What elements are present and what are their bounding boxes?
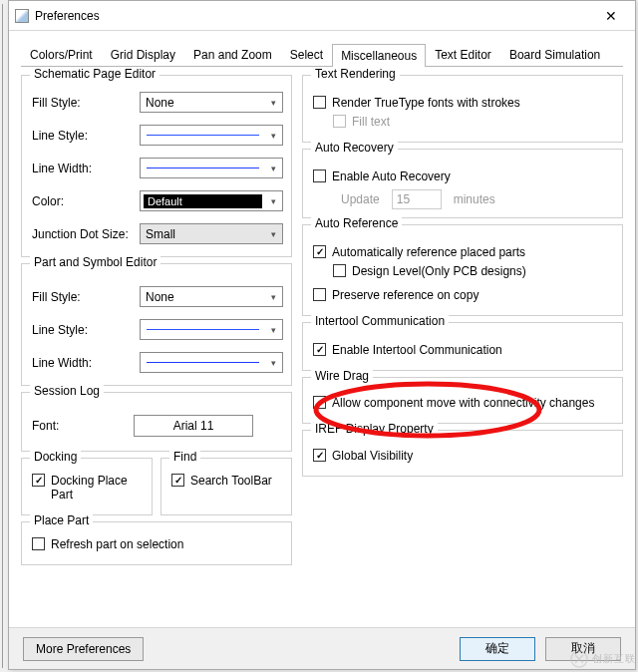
checkbox-label: Search ToolBar <box>190 474 272 488</box>
group-title: Docking <box>30 450 81 464</box>
group-title: Schematic Page Editor <box>30 67 160 81</box>
combo-text: Small <box>141 227 265 241</box>
group-title: Auto Recovery <box>311 141 398 155</box>
label-update: Update <box>341 192 380 206</box>
button-bar: More Preferences 确定 取消 <box>9 627 635 669</box>
close-icon[interactable]: ✕ <box>591 2 631 30</box>
line-sample-icon <box>147 362 259 363</box>
label-fill-style-2: Fill Style: <box>32 290 140 304</box>
label-minutes: minutes <box>454 192 495 206</box>
checkbox-search-toolbar[interactable] <box>171 474 184 487</box>
group-title: Auto Reference <box>311 216 402 230</box>
tab-select[interactable]: Select <box>281 43 332 66</box>
combo-text: None <box>141 290 265 304</box>
tab-pan-and-zoom[interactable]: Pan and Zoom <box>184 43 281 66</box>
group-title: Intertool Communication <box>311 314 449 328</box>
combo-junction-dot[interactable]: Small ▾ <box>140 223 283 244</box>
chevron-down-icon: ▾ <box>265 224 282 243</box>
combo-line-style-2[interactable]: ▾ <box>140 319 283 340</box>
group-title: Place Part <box>30 513 93 527</box>
group-wire-drag: Wire Drag Allow component move with conn… <box>302 377 623 424</box>
checkbox-design-level[interactable] <box>333 264 346 277</box>
group-title: IREF Display Property <box>311 422 438 436</box>
checkbox-enable-auto-recovery[interactable] <box>313 169 326 182</box>
chevron-down-icon: ▾ <box>265 126 282 145</box>
tab-grid-display[interactable]: Grid Display <box>102 43 184 66</box>
group-docking: Docking Docking Place Part <box>21 458 153 515</box>
checkbox-refresh-part[interactable] <box>32 537 45 550</box>
group-title: Wire Drag <box>311 369 373 383</box>
checkbox-fill-text <box>333 115 346 128</box>
checkbox-label: Docking Place Part <box>51 474 144 502</box>
checkbox-auto-reference-parts[interactable] <box>313 245 326 258</box>
app-icon <box>15 9 29 23</box>
label-font: Font: <box>32 419 92 433</box>
label-line-width-2: Line Width: <box>32 356 140 370</box>
combo-line-width[interactable]: ▾ <box>140 158 283 178</box>
checkbox-label: Render TrueType fonts with strokes <box>332 96 520 110</box>
watermark-logo-icon <box>570 650 588 668</box>
checkbox-label: Enable Auto Recovery <box>332 169 451 183</box>
combo-text: None <box>141 96 265 110</box>
combo-line-width-2[interactable]: ▾ <box>140 352 283 373</box>
chevron-down-icon: ▾ <box>265 191 282 210</box>
window-title: Preferences <box>35 9 591 23</box>
checkbox-preserve-reference[interactable] <box>313 288 326 301</box>
label-color: Color: <box>32 194 140 208</box>
checkbox-label: Global Visibility <box>332 449 413 463</box>
titlebar: Preferences ✕ <box>9 1 635 31</box>
chevron-down-icon: ▾ <box>265 159 282 177</box>
checkbox-label: Automatically reference placed parts <box>332 245 525 259</box>
combo-fill-style[interactable]: None ▾ <box>140 92 283 113</box>
checkbox-label: Allow component move with connectivity c… <box>332 396 594 410</box>
checkbox-label: Fill text <box>352 115 390 129</box>
group-auto-reference: Auto Reference Automatically reference p… <box>302 224 623 316</box>
ok-button[interactable]: 确定 <box>460 637 535 661</box>
chevron-down-icon: ▾ <box>265 320 282 339</box>
checkbox-allow-component-move[interactable] <box>313 396 326 409</box>
group-intertool: Intertool Communication Enable Intertool… <box>302 322 623 371</box>
tab-miscellaneous[interactable]: Miscellaneous <box>332 44 426 67</box>
combo-color[interactable]: Default ▾ <box>140 190 283 211</box>
label-line-width: Line Width: <box>32 162 140 175</box>
checkbox-docking-place-part[interactable] <box>32 474 45 487</box>
chevron-down-icon: ▾ <box>265 353 282 372</box>
group-iref: IREF Display Property Global Visibility <box>302 430 623 477</box>
checkbox-enable-intertool[interactable] <box>313 343 326 356</box>
tab-colors-print[interactable]: Colors/Print <box>21 43 102 66</box>
group-text-rendering: Text Rendering Render TrueType fonts wit… <box>302 75 623 143</box>
color-swatch: Default <box>144 194 262 208</box>
preferences-dialog: Preferences ✕ Colors/Print Grid Display … <box>8 0 636 670</box>
label-junction-dot: Junction Dot Size: <box>32 227 140 241</box>
group-session-log: Session Log Font: Arial 11 <box>21 392 292 452</box>
checkbox-label: Preserve reference on copy <box>332 288 478 302</box>
checkbox-render-truetype[interactable] <box>313 96 326 109</box>
tab-text-editor[interactable]: Text Editor <box>426 43 500 66</box>
checkbox-label: Enable Intertool Communication <box>332 343 502 357</box>
watermark: 创新互联 <box>570 650 636 668</box>
chevron-down-icon: ▾ <box>265 93 282 112</box>
label-fill-style: Fill Style: <box>32 96 140 110</box>
checkbox-label: Design Level(Only PCB designs) <box>352 264 526 278</box>
label-line-style: Line Style: <box>32 129 140 143</box>
more-preferences-button[interactable]: More Preferences <box>23 637 144 661</box>
group-part-symbol-editor: Part and Symbol Editor Fill Style: None … <box>21 263 292 386</box>
font-button[interactable]: Arial 11 <box>134 415 253 437</box>
line-sample-icon <box>147 135 259 136</box>
group-auto-recovery: Auto Recovery Enable Auto Recovery Updat… <box>302 149 623 218</box>
font-value: Arial 11 <box>173 419 214 433</box>
line-sample-icon <box>147 168 259 168</box>
label-line-style-2: Line Style: <box>32 323 140 337</box>
group-title: Session Log <box>30 384 104 398</box>
group-title: Find <box>169 450 200 464</box>
group-schematic-page-editor: Schematic Page Editor Fill Style: None ▾… <box>21 75 292 257</box>
checkbox-label: Refresh part on selection <box>51 537 183 551</box>
group-place-part: Place Part Refresh part on selection <box>21 521 292 565</box>
tab-board-simulation[interactable]: Board Simulation <box>500 43 609 66</box>
checkbox-global-visibility[interactable] <box>313 449 326 462</box>
group-title: Part and Symbol Editor <box>30 255 160 269</box>
group-find: Find Search ToolBar <box>160 458 292 515</box>
combo-fill-style-2[interactable]: None ▾ <box>140 286 283 307</box>
line-sample-icon <box>147 329 259 330</box>
combo-line-style[interactable]: ▾ <box>140 125 283 146</box>
